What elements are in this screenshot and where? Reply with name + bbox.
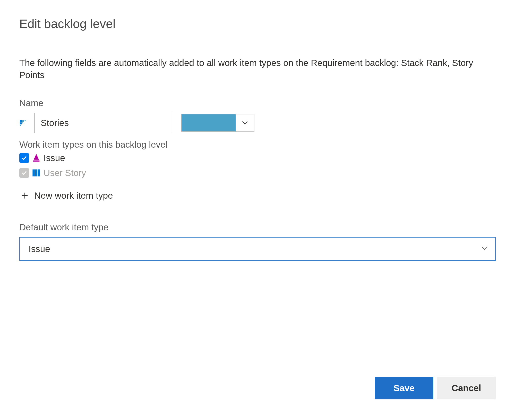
- dialog-footer: Save Cancel: [375, 377, 496, 399]
- svg-rect-6: [33, 160, 40, 162]
- new-work-item-type-label: New work item type: [34, 190, 113, 201]
- name-input[interactable]: [34, 113, 172, 133]
- checkbox-user-story: [19, 168, 29, 178]
- name-row: [19, 113, 496, 133]
- default-type-select-wrap: Issue: [19, 237, 496, 261]
- svg-rect-9: [38, 169, 40, 176]
- default-type-select[interactable]: Issue: [19, 237, 496, 261]
- work-item-types-label: Work item types on this backlog level: [19, 139, 496, 150]
- svg-rect-4: [22, 122, 23, 123]
- svg-rect-1: [22, 120, 24, 122]
- chevron-down-icon: [236, 114, 254, 131]
- work-item-types-list: Issue User Story: [19, 153, 496, 178]
- checkbox-issue[interactable]: [19, 153, 29, 163]
- issue-icon: [32, 153, 41, 163]
- svg-rect-3: [20, 122, 22, 124]
- color-swatch: [182, 114, 236, 131]
- cancel-button[interactable]: Cancel: [437, 377, 496, 399]
- new-work-item-type-button[interactable]: New work item type: [19, 188, 496, 203]
- work-item-type-issue: Issue: [19, 153, 496, 163]
- svg-rect-0: [20, 120, 22, 122]
- work-item-type-user-story: User Story: [19, 168, 496, 178]
- color-picker[interactable]: [181, 114, 254, 132]
- plus-icon: [19, 191, 28, 200]
- book-icon: [32, 168, 41, 178]
- user-story-label: User Story: [44, 168, 86, 178]
- save-button[interactable]: Save: [375, 377, 433, 399]
- svg-rect-8: [35, 169, 38, 176]
- backlog-level-icon: [19, 119, 27, 127]
- dialog-description: The following fields are automatically a…: [19, 57, 496, 81]
- svg-rect-5: [20, 125, 21, 126]
- default-type-label: Default work item type: [19, 222, 496, 232]
- dialog-title: Edit backlog level: [19, 17, 496, 31]
- name-label: Name: [19, 98, 496, 108]
- svg-rect-2: [25, 120, 26, 121]
- svg-rect-7: [32, 169, 35, 176]
- issue-label: Issue: [44, 153, 65, 163]
